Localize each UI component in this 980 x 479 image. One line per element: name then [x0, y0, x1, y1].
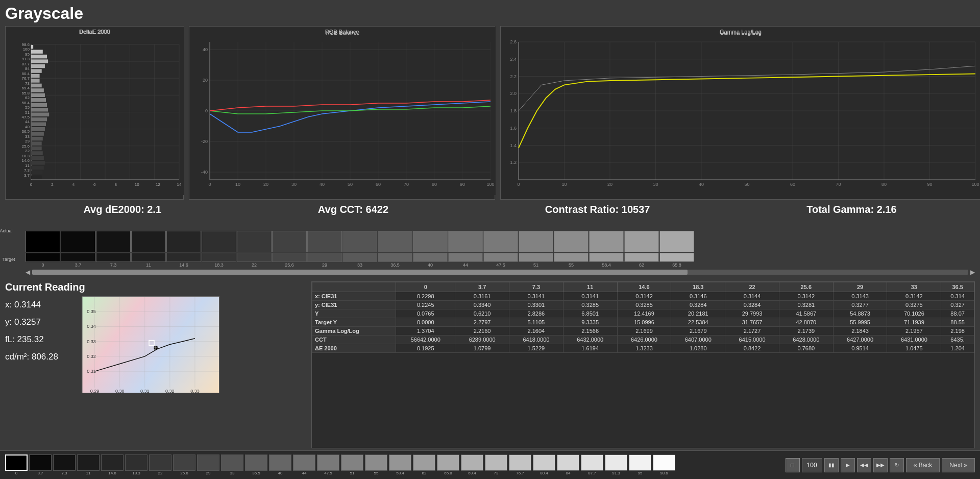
- strip-swatch[interactable]: 22: [149, 454, 172, 475]
- next-button[interactable]: Next »: [942, 458, 975, 472]
- strip-swatch[interactable]: 14.6: [101, 454, 124, 475]
- swatch-pair[interactable]: 7.3: [96, 231, 131, 268]
- swatch-pair[interactable]: 18.3: [202, 231, 236, 268]
- target-toggle-button[interactable]: □: [786, 458, 800, 472]
- strip-swatch[interactable]: 62: [413, 454, 435, 475]
- deltae-canvas: [6, 27, 184, 195]
- strip-swatch[interactable]: 80.4: [533, 454, 555, 475]
- swatch-pair[interactable]: 40: [413, 231, 448, 268]
- swatch-pair[interactable]: 65.8: [659, 231, 694, 268]
- swatch-label: 7.3: [110, 262, 117, 268]
- table-cell: 15.0996: [617, 318, 671, 327]
- strip-swatch[interactable]: 76.7: [509, 454, 531, 475]
- table-cell: 31.7657: [725, 318, 779, 327]
- swatch-pair[interactable]: 0: [26, 231, 60, 268]
- data-table-container[interactable]: 03.77.31114.618.32225.6293336.5x: CIE310…: [311, 281, 975, 448]
- strip-swatch[interactable]: 73: [485, 454, 507, 475]
- swatch-actual: [61, 231, 95, 252]
- strip-swatch[interactable]: 36.5: [245, 454, 267, 475]
- table-cell: 0.3142: [887, 292, 941, 301]
- table-cell: 2.1699: [617, 327, 671, 336]
- strip-swatch[interactable]: 3.7: [29, 454, 52, 475]
- scroll-left-arrow[interactable]: ◀: [26, 269, 30, 276]
- table-cell: 0.3146: [671, 292, 725, 301]
- swatch-pair[interactable]: 14.6: [166, 231, 201, 268]
- table-cell: 1.3704: [396, 327, 455, 336]
- play-button[interactable]: ▶: [841, 458, 855, 472]
- swatch-target: [202, 253, 236, 262]
- swatch-pair[interactable]: 25.6: [272, 231, 307, 268]
- bottom-strip: 03.77.31114.618.32225.6293336.5404447.55…: [0, 450, 980, 479]
- swatch-label: 44: [463, 262, 468, 268]
- strip-swatch[interactable]: 40: [269, 454, 291, 475]
- table-cell: 6415.0000: [725, 336, 779, 344]
- table-cell: 1.6194: [563, 344, 617, 353]
- swatch-target: [237, 253, 272, 262]
- strip-swatch[interactable]: 47.5: [317, 454, 339, 475]
- strip-swatch[interactable]: 11: [77, 454, 100, 475]
- swatch-pair[interactable]: 22: [237, 231, 272, 268]
- swatch-target: [166, 253, 201, 262]
- strip-swatch[interactable]: 44: [293, 454, 315, 475]
- table-cell: 9.3335: [563, 318, 617, 327]
- table-cell: 6.8501: [563, 309, 617, 318]
- strip-swatch[interactable]: 84: [557, 454, 579, 475]
- swatch-label: 11: [146, 262, 151, 268]
- strip-swatch[interactable]: 29: [197, 454, 219, 475]
- table-cell: 0.3281: [779, 301, 833, 309]
- next-frame-button[interactable]: ▶▶: [873, 458, 888, 472]
- strip-swatch[interactable]: 33: [221, 454, 243, 475]
- strip-swatch[interactable]: 58.4: [389, 454, 411, 475]
- strip-swatch[interactable]: 98.6: [653, 454, 675, 475]
- strip-swatch[interactable]: 18.3: [125, 454, 148, 475]
- swatch-pair[interactable]: 58.4: [589, 231, 624, 268]
- table-cell: 1.3233: [617, 344, 671, 353]
- swatch-label: 22: [252, 262, 257, 268]
- swatch-pair[interactable]: 11: [131, 231, 166, 268]
- reading-cd: cd/m²: 806.28: [5, 348, 77, 366]
- strip-swatch[interactable]: 0: [5, 454, 28, 475]
- strip-swatch[interactable]: 25.6: [173, 454, 195, 475]
- table-header-col: 14.6: [617, 282, 671, 292]
- strip-swatch[interactable]: 51: [341, 454, 363, 475]
- pause-button[interactable]: ▮▮: [824, 458, 839, 472]
- swatch-actual: [483, 231, 518, 252]
- swatch-pair[interactable]: 51: [519, 231, 553, 268]
- table-row-label: Y: [312, 309, 396, 318]
- strip-swatch[interactable]: 91.3: [605, 454, 627, 475]
- scroll-right-arrow[interactable]: ▶: [970, 269, 975, 276]
- swatch-pair[interactable]: 29: [307, 231, 342, 268]
- swatch-label: 29: [322, 262, 327, 268]
- table-cell: 6432.0000: [563, 336, 617, 344]
- swatch-label: 18.3: [214, 262, 224, 268]
- deltae-chart-title: DeltaE 2000: [79, 29, 110, 35]
- table-cell: 6418.0000: [509, 336, 564, 344]
- swatch-target: [413, 253, 448, 262]
- swatch-actual: [413, 231, 448, 252]
- table-cell: 70.1026: [887, 309, 941, 318]
- refresh-button[interactable]: ↻: [890, 458, 904, 472]
- strip-swatch[interactable]: 87.7: [581, 454, 603, 475]
- back-button[interactable]: « Back: [906, 458, 940, 472]
- strip-swatch[interactable]: 55: [365, 454, 387, 475]
- swatch-pair[interactable]: 36.5: [378, 231, 412, 268]
- prev-button[interactable]: ◀◀: [857, 458, 871, 472]
- swatch-pair[interactable]: 33: [342, 231, 377, 268]
- strip-swatch[interactable]: 69.4: [461, 454, 483, 475]
- table-row-label: y: CIE31: [312, 301, 396, 309]
- strip-swatch[interactable]: 7.3: [53, 454, 76, 475]
- swatch-pair[interactable]: 3.7: [61, 231, 95, 268]
- table-cell: 6426.0000: [617, 336, 671, 344]
- table-cell: 0.3141: [509, 292, 564, 301]
- zoom-input[interactable]: [802, 458, 822, 472]
- swatch-actual: [131, 231, 166, 252]
- stats-row: Avg dE2000: 2.1 Avg CCT: 6422 Contrast R…: [5, 200, 975, 219]
- strip-swatch[interactable]: 65.8: [437, 454, 459, 475]
- strip-swatch[interactable]: 95: [629, 454, 651, 475]
- swatch-pair[interactable]: 47.5: [483, 231, 518, 268]
- table-cell: 0.3285: [563, 301, 617, 309]
- swatch-pair[interactable]: 62: [624, 231, 659, 268]
- swatch-pair[interactable]: 44: [448, 231, 483, 268]
- swatch-target: [342, 253, 377, 262]
- swatch-pair[interactable]: 55: [554, 231, 589, 268]
